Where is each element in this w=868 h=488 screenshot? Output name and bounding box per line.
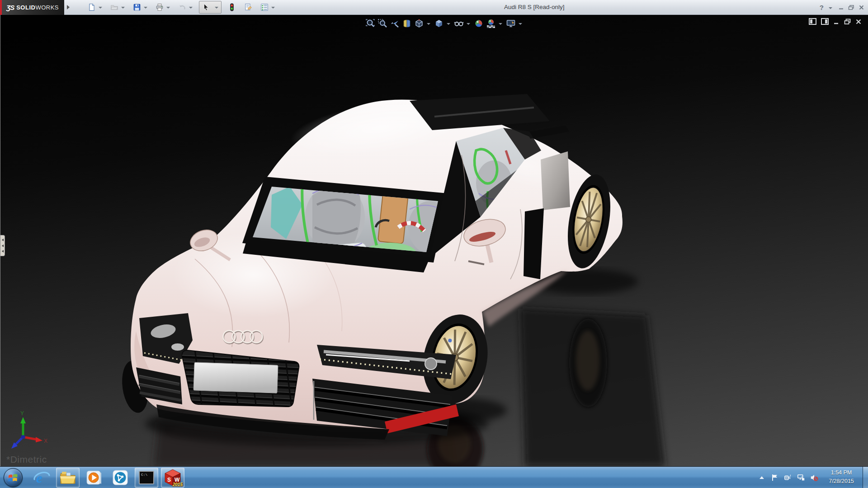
logo-red-stripe	[0, 0, 2, 15]
reference-triad: Y X	[11, 410, 47, 449]
rebuild-traffic-light-icon[interactable]	[226, 1, 238, 13]
file-properties-icon[interactable]	[242, 1, 254, 13]
hide-show-items-dropdown[interactable]	[467, 23, 470, 25]
expand-arrow-icon	[2, 239, 4, 241]
show-hidden-icons-icon[interactable]	[758, 474, 766, 482]
hide-show-items-icon[interactable]	[453, 18, 464, 29]
help-icon[interactable]: ?	[820, 4, 824, 11]
expand-arrow-icon	[2, 250, 4, 253]
open-dropdown-arrow[interactable]	[121, 7, 125, 9]
zoom-to-area-icon[interactable]	[377, 18, 388, 29]
display-style-icon[interactable]	[434, 18, 444, 29]
taskbar: e	[0, 466, 868, 488]
clock-date: 7/28/2015	[822, 477, 861, 486]
sw-year-badge: 2015	[173, 482, 183, 487]
main-toolbar	[86, 1, 281, 14]
solidworks-logo-glyph: ƷS	[6, 4, 14, 11]
solidworks-2015-icon: S W 2015	[164, 469, 182, 486]
triad-x-label: X	[44, 438, 47, 444]
system-tray	[758, 467, 818, 488]
document-window-controls	[809, 18, 862, 25]
windows-start-orb-icon	[8, 473, 19, 483]
pane-left-icon[interactable]	[809, 18, 816, 25]
display-style-dropdown[interactable]	[447, 23, 450, 25]
view-settings-dropdown[interactable]	[519, 23, 522, 25]
zoom-to-fit-icon[interactable]	[365, 18, 376, 29]
power-plug-icon[interactable]	[784, 474, 792, 482]
save-dropdown-arrow[interactable]	[144, 7, 147, 9]
brand-name-light: WORKS	[35, 4, 59, 11]
command-prompt-icon: C:\	[139, 471, 154, 484]
audi-r8-model: Y X	[0, 15, 868, 466]
media-player-icon	[86, 469, 102, 486]
undo-icon[interactable]	[176, 1, 188, 13]
view-orientation-icon[interactable]	[414, 18, 425, 29]
select-dropdown-arrow[interactable]	[215, 7, 218, 9]
brand-name-bold: SOLID	[16, 4, 35, 11]
edit-appearance-icon[interactable]	[473, 18, 484, 29]
section-view-icon[interactable]	[401, 18, 412, 29]
solidworks-window: ƷS SOLIDWORKS	[0, 0, 868, 488]
taskbar-app-media-player[interactable]	[82, 468, 106, 488]
select-tool-group	[199, 1, 222, 14]
minimize-icon[interactable]	[838, 5, 844, 10]
apply-scene-icon[interactable]	[486, 18, 496, 29]
taskbar-app-share[interactable]	[108, 468, 132, 488]
triad-y-label: Y	[20, 410, 24, 417]
action-center-flag-icon[interactable]	[771, 474, 779, 482]
close-icon[interactable]	[859, 5, 864, 10]
license-plate	[193, 362, 278, 393]
taskbar-clock[interactable]: 1:54 PM 7/28/2015	[822, 469, 861, 486]
toolbar-flyout-arrow[interactable]	[67, 5, 70, 9]
network-icon[interactable]	[797, 474, 805, 482]
pane-right-icon[interactable]	[821, 18, 829, 25]
minimize-icon[interactable]	[833, 19, 840, 25]
help-dropdown-arrow[interactable]	[829, 7, 832, 9]
print-dropdown-arrow[interactable]	[166, 7, 170, 9]
window-controls: ?	[820, 0, 864, 15]
taskbar-app-command-prompt[interactable]: C:\	[135, 468, 158, 488]
view-orientation-dropdown[interactable]	[427, 23, 430, 25]
options-icon[interactable]	[259, 1, 270, 13]
solidworks-logo: ƷS SOLIDWORKS	[0, 0, 64, 15]
window-title: Audi R8 S [Read-only]	[504, 4, 565, 10]
taskbar-app-solidworks[interactable]: S W 2015	[161, 468, 184, 488]
heads-up-view-toolbar	[365, 18, 524, 29]
select-arrow-icon[interactable]	[200, 1, 212, 13]
new-document-icon[interactable]	[86, 1, 98, 13]
expand-arrow-icon	[2, 244, 4, 247]
clock-time: 1:54 PM	[822, 469, 861, 477]
title-bar: ƷS SOLIDWORKS	[0, 0, 868, 15]
command-prompt-label: C:\	[141, 473, 147, 477]
restore-icon[interactable]	[848, 5, 854, 10]
show-desktop-button[interactable]	[863, 467, 868, 488]
feature-manager-collapsed-tab[interactable]	[0, 235, 5, 256]
taskbar-app-internet-explorer[interactable]: e	[30, 468, 53, 488]
taskbar-app-windows-explorer[interactable]	[56, 468, 80, 488]
new-dropdown-arrow[interactable]	[99, 7, 102, 9]
view-settings-icon[interactable]	[505, 18, 516, 29]
close-icon[interactable]	[855, 19, 862, 25]
sw-letter-s: S	[167, 477, 171, 483]
volume-muted-icon[interactable]	[810, 474, 818, 482]
previous-view-icon[interactable]	[389, 18, 400, 29]
undo-dropdown-arrow[interactable]	[189, 7, 193, 9]
start-button[interactable]	[4, 468, 23, 487]
apply-scene-dropdown[interactable]	[499, 23, 502, 25]
options-dropdown-arrow[interactable]	[271, 7, 275, 9]
restore-icon[interactable]	[844, 19, 851, 25]
open-icon[interactable]	[108, 1, 120, 13]
graphics-area[interactable]: Y X	[0, 15, 868, 466]
print-icon[interactable]	[154, 1, 165, 13]
internet-explorer-icon: e	[33, 469, 50, 486]
windows-explorer-icon	[59, 470, 76, 485]
view-orientation-label: *Dimetric	[6, 454, 47, 465]
save-icon[interactable]	[131, 1, 143, 13]
share-app-icon	[112, 469, 128, 486]
